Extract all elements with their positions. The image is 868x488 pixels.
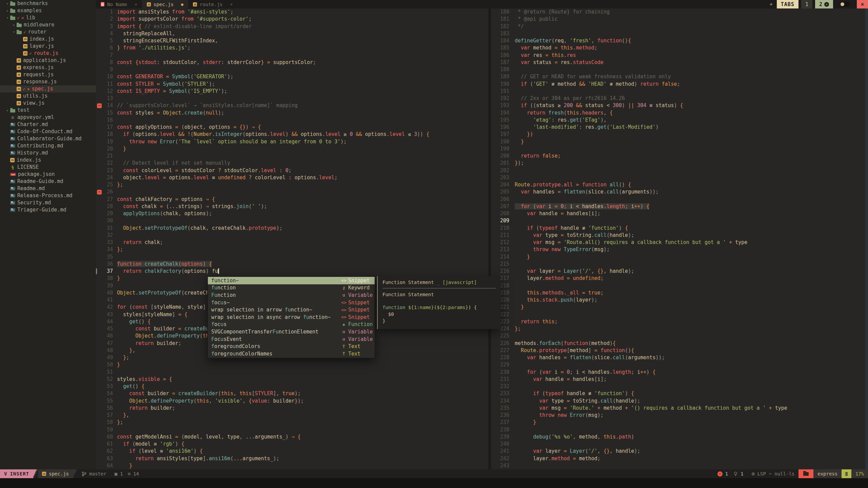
code-line-231[interactable]: 231 var handle = handles[i]; xyxy=(491,376,868,383)
code-line-182[interactable]: 182 */ xyxy=(491,23,868,30)
code-line-56[interactable]: 56 return builder; xyxy=(96,405,488,412)
chevron-right-icon[interactable]: ▸ xyxy=(5,0,10,7)
code-line-52[interactable]: 52styles.visible = { xyxy=(96,376,488,383)
code-line-190[interactable]: 190 if ('GET' ≢ method && 'HEAD' ≢ metho… xyxy=(491,81,868,88)
code-line-223[interactable]: 223 return this; xyxy=(491,318,868,325)
code-line-15[interactable]: 15const styles = Object.create(null); xyxy=(96,109,488,117)
completion-item-6[interactable]: focus❖Function xyxy=(208,321,375,328)
sidebar-item-readme-guide-md[interactable]: M↓Readme-Guide.md xyxy=(0,178,96,185)
code-line-18[interactable]: 18 if (options.level && !(Number.isInteg… xyxy=(96,131,488,138)
completion-item-8[interactable]: FocusEventαVariable xyxy=(208,336,375,343)
code-line-192[interactable]: 192 // 2xx or 304 as per rfc2616 14.26 xyxy=(491,95,868,102)
code-line-183[interactable]: 183 xyxy=(491,30,868,37)
code-line-4[interactable]: 4 stringReplaceAll, xyxy=(96,30,488,37)
code-line-37[interactable]: 37 return chalkFactory(options) fu xyxy=(96,268,488,275)
sidebar-item-examples[interactable]: ▸examples xyxy=(0,7,96,14)
code-line-198[interactable]: 198 } xyxy=(491,138,868,145)
code-line-7[interactable]: 7 xyxy=(96,52,488,59)
code-line-50[interactable]: 50} xyxy=(96,361,488,368)
code-line-216[interactable]: 216 var layer = Layer('/', {}, handle); xyxy=(491,268,868,275)
code-line-24[interactable]: 24 object.level = options.level ≡ undefi… xyxy=(96,174,488,181)
code-line-199[interactable]: 199 xyxy=(491,145,868,152)
sidebar-item-license[interactable]: §LICENSE xyxy=(0,164,96,171)
code-line-219[interactable]: 219 this.methods._all = true; xyxy=(491,289,868,297)
code-line-1[interactable]: 1import ansiStyles from '#ansi-styles'; xyxy=(96,8,488,16)
code-line-204[interactable]: 204Route.prototype.all = function all() … xyxy=(491,181,868,188)
sidebar-item-benchmarks[interactable]: ▸benchmarks xyxy=(0,0,96,7)
code-line-62[interactable]: 62 if (level ≡ 'ansi16m') { xyxy=(96,448,488,455)
close-tab-icon[interactable]: × xyxy=(230,2,233,7)
sidebar-item-triager-guide-md[interactable]: M↓Triager-Guide.md xyxy=(0,206,96,214)
code-line-209[interactable]: 209 xyxy=(491,217,868,224)
code-line-220[interactable]: 220 this.stack.push(layer); xyxy=(491,297,868,304)
code-line-29[interactable]: 29 applyOptions(chalk, options); xyxy=(96,210,488,217)
code-line-240[interactable]: 240 xyxy=(491,441,868,448)
code-line-207[interactable]: 207 for (var i = 0; i < handles.length; … xyxy=(491,203,868,210)
code-line-51[interactable]: 51 xyxy=(96,369,488,376)
code-line-5[interactable]: 5 stringEncaseCRLFWithFirstIndex, xyxy=(96,37,488,44)
code-line-26[interactable]: −26 xyxy=(96,188,488,196)
sidebar-item-application-js[interactable]: JSapplication.js xyxy=(0,57,96,64)
code-line-63[interactable]: 63 return ansiStyles[type].ansi16m(...ar… xyxy=(96,455,488,462)
code-line-11[interactable]: 11const STYLER = Symbol('STYLER'); xyxy=(96,81,488,88)
code-line-239[interactable]: 239 debug('%s %o', method, this.path) xyxy=(491,433,868,441)
completion-item-5[interactable]: wrap selection in async arrow function~<… xyxy=(208,313,375,321)
code-line-33[interactable]: 33 return chalk; xyxy=(96,239,488,246)
code-line-232[interactable]: 232 xyxy=(491,383,868,390)
code-line-196[interactable]: 196 'last-modified': res.get('Last-Modif… xyxy=(491,124,868,131)
code-line-225[interactable]: 225 xyxy=(491,332,868,340)
code-line-12[interactable]: 12const IS_EMPTY = Symbol('IS_EMPTY'); xyxy=(96,88,488,95)
git-changes-segment[interactable]: ▣1 ⊖14 xyxy=(111,469,143,478)
sidebar-item-utils-js[interactable]: JSutils.js xyxy=(0,93,96,100)
code-line-217[interactable]: 217 layer.method = undefined; xyxy=(491,275,868,282)
code-line-9[interactable]: 9 xyxy=(96,66,488,73)
close-group-icon[interactable]: ✕ xyxy=(824,2,829,7)
code-line-61[interactable]: 61 if (model ≡ 'rgb') { xyxy=(96,441,488,448)
sidebar-item-middleware[interactable]: ▸middleware xyxy=(0,21,96,28)
code-line-206[interactable]: 206 xyxy=(491,196,868,203)
chevron-right-icon[interactable]: ▸ xyxy=(5,7,10,14)
sidebar-item-appveyor-yml[interactable]: ⚙appveyor.yml xyxy=(0,114,96,121)
code-line-187[interactable]: 187 var status = res.statusCode xyxy=(491,59,868,66)
completion-item-4[interactable]: wrap selection in arrow function~<>Snipp… xyxy=(208,306,375,313)
project-name-segment[interactable]: express xyxy=(813,469,842,478)
code-line-6[interactable]: 6} from './utilities.js'; xyxy=(96,44,488,52)
code-line-10[interactable]: 10const GENERATOR = Symbol('GENERATOR'); xyxy=(96,73,488,80)
code-line-203[interactable]: 203 xyxy=(491,174,868,181)
code-line-57[interactable]: 57 }, xyxy=(96,412,488,419)
code-line-211[interactable]: 211 var type = toString.call(handle); xyxy=(491,232,868,239)
code-line-221[interactable]: 221 } xyxy=(491,304,868,311)
completion-item-10[interactable]: foregroundColorNamesTText xyxy=(208,350,375,358)
vim-mode-segment[interactable]: V INSERT xyxy=(0,469,33,478)
code-line-193[interactable]: 193 if ((status ≥ 200 && status < 300) |… xyxy=(491,102,868,109)
code-line-23[interactable]: 23 const colorLevel = stdoutColor ? stdo… xyxy=(96,167,488,174)
code-line-17[interactable]: 17const applyOptions = (object, options … xyxy=(96,124,488,131)
sidebar-item-code-of-conduct-md[interactable]: M↓Code-Of-Conduct.md xyxy=(0,128,96,135)
layout-toggle[interactable] xyxy=(836,0,854,8)
code-line-2[interactable]: 2import supportsColor from '#supports-co… xyxy=(96,16,488,23)
code-line-25[interactable]: 25}; xyxy=(96,181,488,188)
sidebar-item-spec-js[interactable]: JS✓✕spec.js xyxy=(0,85,96,93)
code-line-31[interactable]: 31 Object.setPrototypeOf(chalk, createCh… xyxy=(96,225,488,232)
sidebar-item-layer-js[interactable]: JSlayer.js xyxy=(0,43,96,50)
lsp-segment[interactable]: ⚙ LSP ~ null-ls xyxy=(748,469,799,478)
code-line-19[interactable]: 19 throw new Error('The `level` option s… xyxy=(96,138,488,145)
code-line-184[interactable]: 184defineGetter(req, 'fresh', function()… xyxy=(491,37,868,44)
code-line-181[interactable]: 181 * @api public xyxy=(491,16,868,23)
code-line-13[interactable]: 13 xyxy=(96,95,488,102)
code-line-197[interactable]: 197 }) xyxy=(491,131,868,138)
sidebar-item-index-js[interactable]: JSindex.js xyxy=(0,36,96,43)
code-line-213[interactable]: 213 throw new TypeError(msg); xyxy=(491,246,868,253)
code-line-60[interactable]: 60const getModelAnsi = (model, level, ty… xyxy=(96,433,488,441)
chevron-right-icon[interactable]: ▸ xyxy=(5,107,10,114)
code-line-54[interactable]: 54 const builder = createBuilder(this, t… xyxy=(96,390,488,397)
completion-item-1[interactable]: function⚷Keyword xyxy=(208,284,375,292)
code-line-222[interactable]: 222 xyxy=(491,311,868,318)
sidebar-item-router[interactable]: ▾✓router xyxy=(0,28,96,36)
tab-group-2-button[interactable]: 2 ✕ xyxy=(815,0,833,8)
project-folder-segment[interactable] xyxy=(798,469,813,478)
sidebar-item-test[interactable]: ▸test xyxy=(0,107,96,114)
completion-item-3[interactable]: focus~<>Snippet xyxy=(208,299,375,306)
code-line-230[interactable]: 230 for (var i = 0; i < handles.length; … xyxy=(491,369,868,376)
sidebar-item-response-js[interactable]: JSresponse.js xyxy=(0,78,96,85)
